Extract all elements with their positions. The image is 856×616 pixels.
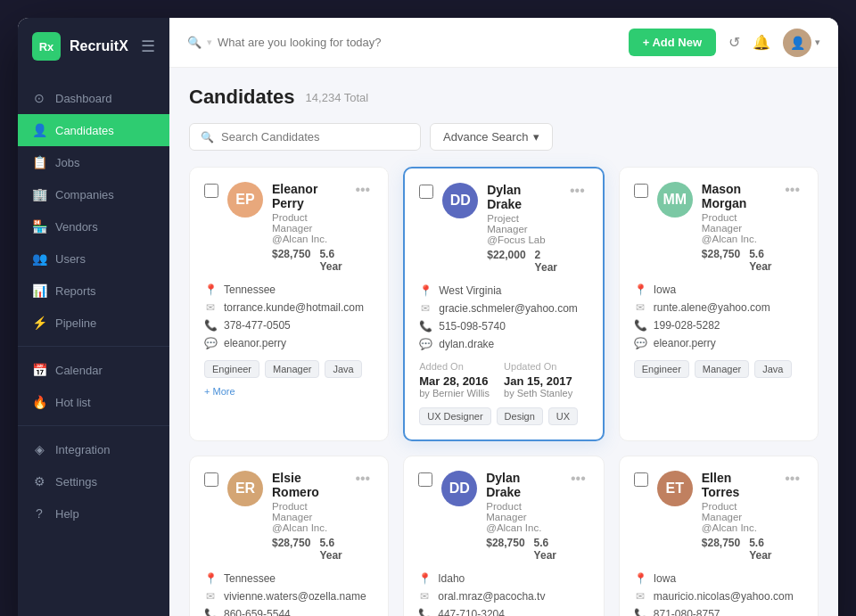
- candidate-name-3: Mason Morgan: [702, 182, 772, 210]
- candidate-email-5: oral.mraz@pacocha.tv: [438, 590, 545, 603]
- tag-2-0[interactable]: UX Designer: [419, 407, 490, 425]
- phone-row-6: 📞 871-080-8757: [634, 608, 803, 616]
- avatar-dropdown-icon: ▾: [815, 37, 820, 48]
- tag-3-1[interactable]: Manager: [695, 360, 749, 378]
- tag-3-2[interactable]: Java: [754, 360, 791, 378]
- candidate-salary-1: $28,750: [272, 248, 310, 273]
- app-window: Rx RecruitX ☰ ⊙ Dashboard 👤 Candidates 📋…: [18, 18, 838, 616]
- card-checkbox-1[interactable]: [204, 184, 218, 198]
- sidebar-item-vendors[interactable]: 🏪 Vendors: [18, 210, 169, 242]
- search-candidates-icon: 🔍: [201, 131, 214, 144]
- tag-1-2[interactable]: Java: [325, 360, 361, 378]
- candidate-card-5[interactable]: DD Dylan Drake Product Manager @Alcan In…: [403, 456, 605, 616]
- sidebar-item-jobs[interactable]: 📋 Jobs: [18, 146, 169, 178]
- updated-on-block: Updated On Jan 15, 2017 by Seth Stanley: [504, 361, 572, 398]
- sidebar-item-reports[interactable]: 📊 Reports: [18, 275, 169, 307]
- candidate-card-3[interactable]: MM Mason Morgan Product Manager @Alcan I…: [619, 167, 819, 441]
- page-header: Candidates 14,234 Total: [189, 86, 819, 109]
- tag-3-0[interactable]: Engineer: [634, 360, 689, 378]
- card-more-icon-1[interactable]: •••: [351, 182, 374, 198]
- card-checkbox-5[interactable]: [418, 472, 432, 487]
- hamburger-icon[interactable]: ☰: [141, 37, 155, 56]
- location-icon-5: 📍: [418, 572, 431, 585]
- sidebar-item-users[interactable]: 👥 Users: [18, 242, 169, 275]
- nav-divider: [18, 346, 169, 347]
- tag-1-1[interactable]: Manager: [265, 360, 319, 378]
- sidebar-item-hotlist[interactable]: 🔥 Hot list: [18, 386, 169, 418]
- candidate-name-5: Dylan Drake: [486, 471, 558, 499]
- user-avatar-button[interactable]: 👤 ▾: [783, 29, 820, 57]
- email-icon-5: ✉: [418, 590, 431, 603]
- tag-1-0[interactable]: Engineer: [204, 360, 259, 378]
- tag-2-2[interactable]: UX: [548, 407, 578, 425]
- search-input[interactable]: [218, 36, 396, 49]
- sidebar-item-candidates[interactable]: 👤 Candidates: [18, 114, 169, 146]
- card-checkbox-6[interactable]: [634, 472, 648, 487]
- email-row-1: ✉ torrance.kunde@hotmail.com: [204, 301, 374, 314]
- added-on-by: by Bernier Willis: [419, 388, 490, 398]
- candidate-card-4[interactable]: ER Elsie Romero Product Manager @Alcan I…: [189, 456, 389, 616]
- candidates-search-input[interactable]: [221, 130, 409, 144]
- tag-more-1[interactable]: + More: [204, 383, 235, 399]
- tag-2-1[interactable]: Design: [497, 407, 543, 425]
- total-count: 14,234 Total: [306, 91, 369, 104]
- card-checkbox-2[interactable]: [419, 185, 433, 199]
- card-info-5: Dylan Drake Product Manager @Alcan Inc. …: [486, 471, 558, 562]
- card-more-icon-6[interactable]: •••: [781, 471, 803, 487]
- candidate-exp-1: 5.6 Year: [319, 248, 342, 273]
- candidate-card-2[interactable]: DD Dylan Drake Project Manager @Focus La…: [403, 167, 605, 441]
- candidate-avatar-6: ET: [657, 471, 693, 506]
- candidates-search-bar[interactable]: 🔍: [189, 123, 421, 151]
- card-more-icon-2[interactable]: •••: [566, 183, 588, 199]
- email-icon-3: ✉: [634, 301, 646, 314]
- card-checkbox-3[interactable]: [634, 184, 648, 198]
- card-checkbox-4[interactable]: [204, 472, 218, 487]
- location-row-4: 📍 Tennessee: [204, 572, 374, 585]
- search-dropdown-icon[interactable]: ▾: [207, 37, 212, 48]
- chevron-down-icon: ▾: [533, 130, 539, 144]
- sidebar-item-label: Dashboard: [55, 92, 112, 105]
- candidate-email-6: mauricio.nicolas@yahoo.com: [654, 590, 794, 603]
- candidate-location-2: West Virginia: [439, 284, 501, 297]
- advance-search-button[interactable]: Advance Search ▾: [430, 123, 553, 151]
- card-details-5: 📍 Idaho ✉ oral.mraz@pacocha.tv 📞 447-710…: [418, 572, 589, 616]
- candidate-card-6[interactable]: ET Ellen Torres Product Manager @Alcan I…: [619, 456, 819, 616]
- candidate-exp-5: 5.6 Year: [534, 537, 558, 562]
- candidate-exp-6: 5.6 Year: [749, 537, 772, 562]
- card-header-2: DD Dylan Drake Project Manager @Focus La…: [419, 183, 588, 274]
- location-row-5: 📍 Idaho: [418, 572, 589, 585]
- updated-on-by: by Seth Stanley: [504, 388, 572, 398]
- card-tags-2: UX Designer Design UX: [419, 407, 588, 425]
- candidate-username-1: eleanor.perry: [224, 337, 286, 349]
- search-icon: 🔍: [187, 36, 202, 49]
- location-icon-3: 📍: [634, 283, 646, 296]
- card-more-icon-4[interactable]: •••: [351, 471, 374, 487]
- phone-icon-2: 📞: [419, 320, 432, 333]
- notifications-icon[interactable]: 🔔: [753, 34, 770, 51]
- sidebar-item-integration[interactable]: ◈ Integration: [18, 433, 169, 465]
- candidate-avatar-1: EP: [227, 182, 263, 218]
- candidate-role-1: Product Manager @Alcan Inc.: [272, 212, 342, 244]
- candidate-email-4: vivienne.waters@ozella.name: [224, 590, 366, 603]
- sidebar-item-settings[interactable]: ⚙ Settings: [18, 465, 169, 497]
- avatar: 👤: [783, 29, 811, 57]
- username-icon-2: 💬: [419, 338, 432, 350]
- card-more-icon-5[interactable]: •••: [567, 471, 589, 487]
- card-more-icon-3[interactable]: •••: [781, 182, 803, 198]
- location-row-2: 📍 West Virginia: [419, 284, 588, 297]
- history-icon[interactable]: ↺: [728, 34, 740, 51]
- sidebar-item-companies[interactable]: 🏢 Companies: [18, 178, 169, 210]
- global-search[interactable]: 🔍 ▾: [187, 36, 618, 49]
- candidate-card-1[interactable]: EP Eleanor Perry Product Manager @Alcan …: [189, 167, 389, 441]
- candidate-salary-5: $28,750: [486, 537, 524, 562]
- sidebar-item-pipeline[interactable]: ⚡ Pipeline: [18, 307, 169, 339]
- sidebar-item-help[interactable]: ? Help: [18, 497, 169, 530]
- logo-icon: Rx: [32, 32, 61, 61]
- sidebar-item-dashboard[interactable]: ⊙ Dashboard: [18, 82, 169, 114]
- add-new-button[interactable]: + Add New: [629, 29, 716, 56]
- sidebar-item-calendar[interactable]: 📅 Calendar: [18, 354, 169, 386]
- candidates-grid: EP Eleanor Perry Product Manager @Alcan …: [189, 167, 819, 616]
- candidate-location-6: Iowa: [654, 572, 676, 585]
- sidebar: Rx RecruitX ☰ ⊙ Dashboard 👤 Candidates 📋…: [18, 18, 169, 616]
- candidate-name-4: Elsie Romero: [272, 471, 342, 499]
